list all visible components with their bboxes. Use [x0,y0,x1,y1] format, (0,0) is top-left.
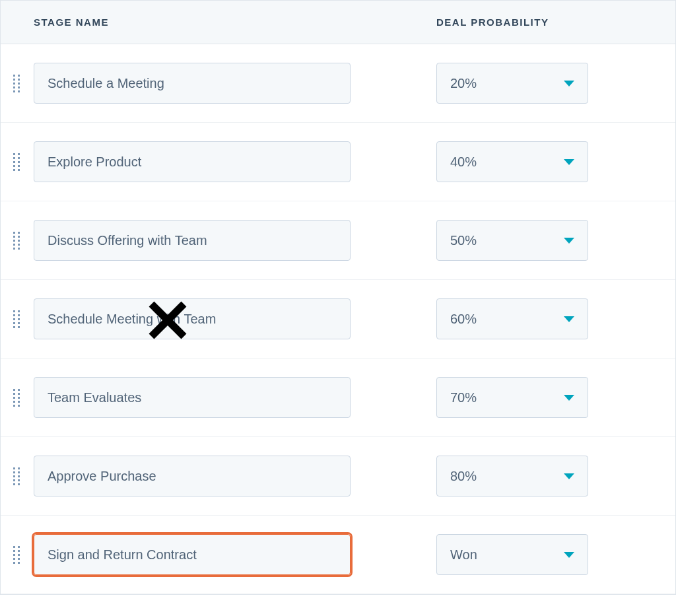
deal-probability-value: 70% [450,390,477,405]
table-row: Schedule Meeting with Team 60% [1,280,675,359]
stage-name-input[interactable]: Sign and Return Contract [34,534,351,575]
deal-probability-select[interactable]: 70% [436,377,588,418]
stage-name-input[interactable]: Approve Purchase [34,456,351,496]
chevron-down-icon [564,473,574,479]
table-row: Schedule a Meeting 20% [1,44,675,123]
table-row: Team Evaluates 70% [1,359,675,437]
stage-name-input[interactable]: Schedule Meeting with Team [34,298,351,339]
drag-handle-icon[interactable] [13,545,21,564]
drag-handle-icon[interactable] [13,467,21,485]
column-header-stage-name: STAGE NAME [1,17,423,28]
drag-handle-cell [1,388,34,407]
drag-handle-cell [1,153,34,171]
drag-handle-cell [1,545,34,564]
deal-probability-select[interactable]: 40% [436,141,588,182]
stage-name-cell: Discuss Offering with Team [34,220,370,261]
stage-name-text: Team Evaluates [48,390,141,405]
table-header: STAGE NAME DEAL PROBABILITY [1,1,675,44]
deal-probability-select[interactable]: 20% [436,63,588,104]
stage-name-cell: Team Evaluates [34,377,370,418]
deal-probability-cell: 60% [370,298,601,339]
deal-probability-cell: 70% [370,377,601,418]
stage-name-cell: Approve Purchase [34,456,370,496]
stage-name-text: Sign and Return Contract [48,547,197,563]
deal-probability-value: 50% [450,233,477,248]
stage-name-text: Schedule a Meeting [48,76,164,91]
deal-probability-value: 20% [450,76,477,91]
stage-name-input[interactable]: Explore Product [34,141,351,182]
deal-probability-select[interactable]: Won [436,534,588,575]
deal-probability-select[interactable]: 60% [436,298,588,339]
deal-probability-cell: 40% [370,141,601,182]
stage-name-text: Schedule Meeting with Team [48,312,216,327]
deal-probability-cell: 80% [370,456,601,496]
table-row: Discuss Offering with Team 50% [1,201,675,280]
column-header-deal-probability: DEAL PROBABILITY [423,17,675,28]
table-row: Approve Purchase 80% [1,437,675,516]
drag-handle-icon[interactable] [13,388,21,407]
drag-handle-icon[interactable] [13,310,21,328]
drag-handle-cell [1,310,34,328]
deal-probability-value: 40% [450,154,477,170]
drag-handle-icon[interactable] [13,153,21,171]
deal-probability-select[interactable]: 80% [436,456,588,496]
deal-probability-cell: Won [370,534,601,575]
stage-name-input[interactable]: Schedule a Meeting [34,63,351,104]
drag-handle-cell [1,231,34,250]
stage-name-cell: Schedule Meeting with Team [34,298,370,339]
chevron-down-icon [564,395,574,401]
deal-probability-value: 80% [450,469,477,484]
deal-probability-cell: 20% [370,63,601,104]
pipeline-stages-table: STAGE NAME DEAL PROBABILITY Schedule a M… [0,0,676,595]
stage-name-input[interactable]: Team Evaluates [34,377,351,418]
chevron-down-icon [564,238,574,244]
deal-probability-cell: 50% [370,220,601,261]
chevron-down-icon [564,81,574,86]
stage-name-text: Discuss Offering with Team [48,233,207,248]
stage-name-cell: Explore Product [34,141,370,182]
table-row: Sign and Return Contract Won [1,516,675,594]
stage-name-text: Explore Product [48,154,141,170]
stage-name-cell: Sign and Return Contract [34,534,370,575]
deal-probability-value: 60% [450,312,477,327]
stage-name-text: Approve Purchase [48,469,156,484]
deal-probability-select[interactable]: 50% [436,220,588,261]
table-row: Explore Product 40% [1,123,675,201]
deal-probability-value: Won [450,547,477,563]
chevron-down-icon [564,159,574,165]
chevron-down-icon [564,316,574,322]
drag-handle-icon[interactable] [13,74,21,92]
drag-handle-cell [1,467,34,485]
chevron-down-icon [564,552,574,558]
stage-name-cell: Schedule a Meeting [34,63,370,104]
stage-name-input[interactable]: Discuss Offering with Team [34,220,351,261]
drag-handle-icon[interactable] [13,231,21,250]
drag-handle-cell [1,74,34,92]
